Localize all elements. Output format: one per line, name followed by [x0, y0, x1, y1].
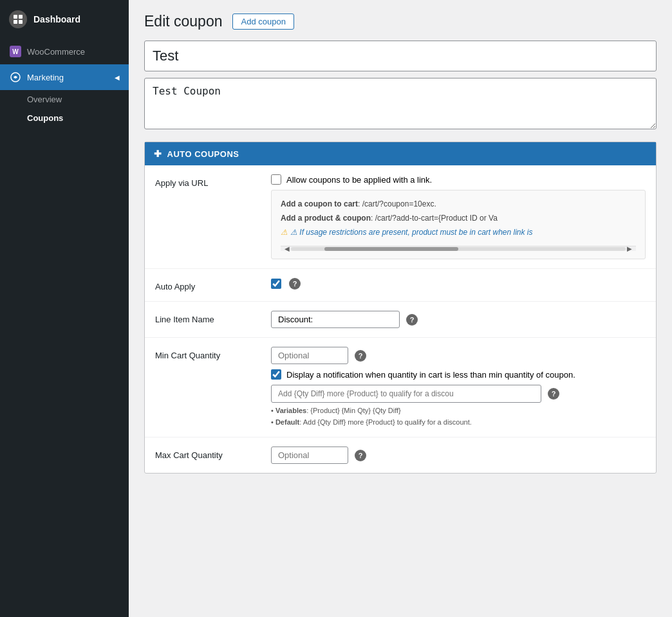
main-content: Edit coupon Add coupon Test Coupon ✚ AUT… — [129, 0, 672, 617]
min-cart-notification-checkbox-row: Display a notification when quantity in … — [271, 369, 646, 380]
max-cart-quantity-input[interactable] — [271, 447, 348, 464]
apply-via-url-row: Apply via URL Allow coupons to be applie… — [145, 165, 656, 269]
max-cart-quantity-label: Max Cart Quantity — [155, 447, 271, 460]
line-item-name-row: Line Item Name ? — [145, 302, 656, 338]
auto-apply-label: Auto Apply — [155, 278, 271, 291]
info-line2: Add a product & coupon: /cart/?add-to-ca… — [281, 212, 636, 224]
info-line2-prefix: Add a product & coupon — [281, 214, 371, 223]
default-label: Default — [275, 418, 299, 426]
max-cart-quantity-row: Max Cart Quantity ? — [145, 437, 656, 473]
min-cart-notification-checkbox[interactable] — [271, 369, 281, 380]
sidebar-sub-overview[interactable]: Overview — [0, 90, 129, 109]
min-cart-quantity-row: Min Cart Quantity ? Display a notificati… — [145, 338, 656, 437]
marketing-label: Marketing — [27, 73, 64, 82]
info-line1-value: : /cart/?coupon=10exc. — [358, 199, 436, 208]
info-warning: ⚠⚠ If usage restrictions are present, pr… — [281, 226, 636, 238]
notification-message-input[interactable] — [271, 385, 541, 403]
apply-via-url-infobox: Add a coupon to cart: /cart/?coupon=10ex… — [271, 190, 646, 259]
warning-text: ⚠ If usage restrictions are present, pro… — [290, 228, 533, 237]
scroll-track — [291, 247, 626, 251]
info-scroll-container: Add a coupon to cart: /cart/?coupon=10ex… — [281, 198, 636, 241]
max-cart-quantity-control: ? — [271, 447, 646, 464]
section-title: AUTO COUPONS — [167, 149, 239, 159]
line-item-name-label: Line Item Name — [155, 311, 271, 324]
variables-value: : {Product} {Min Qty} {Qty Diff} — [306, 407, 401, 414]
add-coupon-button[interactable]: Add coupon — [232, 14, 294, 30]
variables-label: Variables — [275, 407, 306, 414]
min-cart-notification-label: Display a notification when quantity in … — [286, 370, 575, 380]
auto-apply-row: Auto Apply ? — [145, 269, 656, 302]
woocommerce-icon: W — [9, 45, 22, 58]
dashboard-label: Dashboard — [33, 14, 80, 24]
coupons-label: Coupons — [27, 113, 63, 123]
scroll-right-arrow-icon[interactable]: ▶ — [626, 245, 633, 252]
auto-coupons-panel: ✚ AUTO COUPONS Apply via URL Allow coupo… — [144, 142, 657, 474]
auto-apply-checkbox[interactable] — [271, 279, 281, 289]
info-line1-prefix: Add a coupon to cart — [281, 199, 358, 208]
auto-apply-checkbox-row: ? — [271, 278, 646, 290]
notification-message-area: ? • Variables: {Product} {Min Qty} {Qty … — [271, 385, 646, 428]
default-line: • Default: Add {Qty Diff} more {Product}… — [271, 417, 646, 428]
min-cart-quantity-control: ? Display a notification when quantity i… — [271, 347, 646, 428]
section-header-icon: ✚ — [154, 149, 162, 159]
line-item-name-input[interactable] — [271, 311, 400, 328]
max-cart-quantity-help-icon[interactable]: ? — [355, 450, 366, 461]
svg-rect-2 — [14, 20, 17, 24]
scroll-indicator[interactable]: ◀ ▶ — [281, 246, 636, 251]
min-cart-quantity-input[interactable] — [271, 347, 348, 364]
apply-via-url-control: Allow coupons to be applied with a link.… — [271, 174, 646, 259]
sidebar-dashboard[interactable]: Dashboard — [0, 0, 129, 39]
apply-via-url-checkbox-label: Allow coupons to be applied with a link. — [286, 175, 432, 185]
page-title: Edit coupon — [144, 13, 222, 30]
sidebar: Dashboard W WooCommerce Marketing ◀ Over… — [0, 0, 129, 617]
sidebar-sub-coupons[interactable]: Coupons — [0, 109, 129, 127]
apply-via-url-checkbox[interactable] — [271, 174, 281, 185]
woocommerce-label: WooCommerce — [27, 47, 85, 57]
section-header: ✚ AUTO COUPONS — [145, 142, 656, 165]
warning-icon: ⚠ — [281, 228, 288, 237]
scroll-thumb — [324, 247, 458, 251]
apply-via-url-label: Apply via URL — [155, 174, 271, 188]
info-line1: Add a coupon to cart: /cart/?coupon=10ex… — [281, 198, 636, 210]
min-cart-quantity-help-icon[interactable]: ? — [355, 350, 366, 362]
overview-label: Overview — [27, 95, 62, 104]
svg-rect-0 — [14, 15, 17, 19]
coupon-name-input[interactable] — [144, 41, 657, 71]
svg-rect-1 — [19, 15, 23, 19]
sidebar-item-marketing[interactable]: Marketing ◀ — [0, 64, 129, 90]
dashboard-icon — [9, 10, 27, 28]
coupon-description-textarea[interactable]: Test Coupon — [144, 78, 657, 129]
marketing-icon — [9, 71, 22, 84]
apply-via-url-checkbox-row: Allow coupons to be applied with a link. — [271, 174, 646, 185]
page-header: Edit coupon Add coupon — [144, 13, 657, 30]
line-item-name-help-icon[interactable]: ? — [406, 314, 418, 326]
variables-line: • Variables: {Product} {Min Qty} {Qty Di… — [271, 405, 646, 417]
default-value: : Add {Qty Diff} more {Product} to quali… — [299, 418, 472, 426]
line-item-name-control: ? — [271, 311, 646, 328]
svg-text:W: W — [12, 48, 19, 55]
sidebar-item-woocommerce[interactable]: W WooCommerce — [0, 39, 129, 64]
auto-apply-help-icon[interactable]: ? — [289, 278, 301, 290]
min-cart-quantity-label: Min Cart Quantity — [155, 347, 271, 360]
scroll-left-arrow-icon[interactable]: ◀ — [283, 245, 291, 252]
variables-hint: • Variables: {Product} {Min Qty} {Qty Di… — [271, 405, 646, 428]
svg-rect-3 — [19, 20, 23, 24]
notification-message-help-icon[interactable]: ? — [548, 388, 559, 400]
info-line2-value: : /cart/?add-to-cart={Product ID or Va — [371, 214, 498, 223]
auto-apply-control: ? — [271, 278, 646, 292]
marketing-arrow-icon: ◀ — [115, 74, 120, 81]
